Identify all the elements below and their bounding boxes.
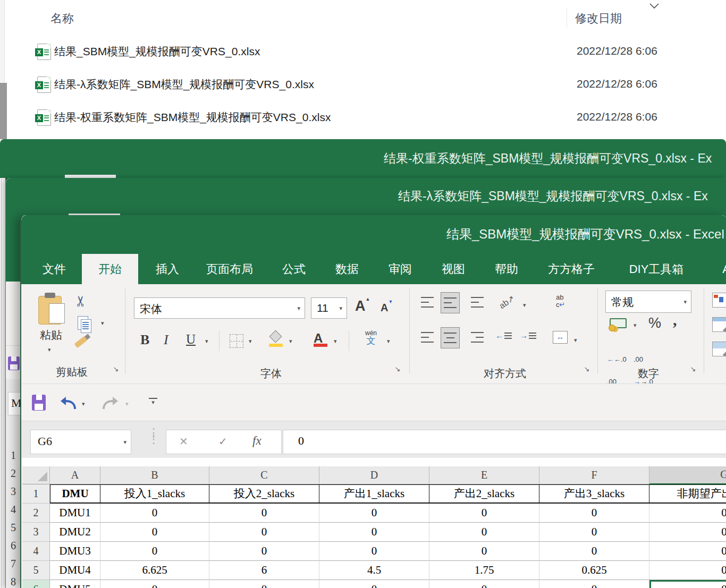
cell-E2[interactable]: 0	[429, 504, 539, 523]
tab-Ac[interactable]: Ac	[708, 254, 726, 284]
format-painter-icon[interactable]	[74, 336, 87, 348]
tab-数据[interactable]: 数据	[328, 254, 366, 284]
file-row[interactable]: X结果-权重系数矩阵_SBM模型_规模报酬可变VRS_0.xlsx2022/12…	[32, 108, 723, 127]
accounting-format-icon[interactable]	[610, 318, 627, 328]
file-row[interactable]: X结果_SBM模型_规模报酬可变VRS_0.xlsx2022/12/28 6:0…	[32, 42, 723, 62]
percent-style-icon[interactable]: %	[648, 315, 661, 331]
borders-icon[interactable]	[230, 334, 243, 348]
shrink-font-button[interactable]: A ▼	[381, 302, 388, 314]
row-header[interactable]: 2	[6, 464, 21, 482]
cell-B3[interactable]: 0	[100, 523, 209, 542]
font-name-dropdown-icon[interactable]: ▾	[297, 305, 300, 312]
cell-D1[interactable]: 产出1_slacks	[319, 484, 429, 504]
cell-G1[interactable]: 非期望产出1_slacks	[649, 484, 726, 504]
column-header-E[interactable]: E	[429, 466, 539, 484]
save-icon[interactable]	[8, 356, 20, 370]
row-header-5[interactable]: 5	[22, 561, 50, 580]
formula-bar-resize-handle[interactable]: ⋮⋮	[148, 430, 159, 442]
file-row[interactable]: X结果-λ系数矩阵_SBM模型_规模报酬可变VRS_0.xlsx2022/12/…	[32, 75, 723, 95]
align-top-icon[interactable]	[421, 297, 434, 308]
underline-dropdown-icon[interactable]: ▾	[205, 338, 208, 344]
name-box-dropdown-icon[interactable]: ▾	[123, 439, 126, 446]
cell-F4[interactable]: 0	[539, 542, 649, 561]
decrease-indent-icon[interactable]: ←	[495, 331, 512, 340]
cell-E3[interactable]: 0	[429, 523, 539, 542]
copy-icon[interactable]	[78, 316, 88, 330]
underline-button[interactable]: U	[186, 332, 196, 347]
column-header-date[interactable]: 修改日期	[575, 11, 622, 27]
cell-B1[interactable]: 投入1_slacks	[100, 484, 209, 504]
cell-G2[interactable]: 0	[649, 504, 726, 523]
tab-审阅[interactable]: 审阅	[382, 254, 419, 284]
font-dialog-launcher-icon[interactable]: ↘	[393, 365, 402, 373]
cell-C3[interactable]: 0	[209, 523, 319, 542]
tab-视图[interactable]: 视图	[435, 254, 472, 284]
sort-chevron-down-icon[interactable]	[649, 3, 660, 9]
cell-F2[interactable]: 0	[539, 504, 649, 523]
comma-style-icon[interactable]: ,	[673, 311, 677, 329]
column-header-G[interactable]: G	[649, 466, 726, 484]
cut-icon[interactable]: ✂	[72, 295, 89, 308]
select-all-corner[interactable]	[22, 466, 50, 484]
column-header-C[interactable]: C	[209, 466, 319, 484]
borders-dropdown-icon[interactable]: ▾	[249, 338, 252, 344]
fill-color-icon[interactable]	[269, 332, 283, 347]
cell-E4[interactable]: 0	[429, 542, 539, 561]
cell-E6[interactable]: 0	[429, 580, 539, 588]
cell-B5[interactable]: 6.625	[100, 561, 209, 580]
file-name[interactable]: 结果-λ系数矩阵_SBM模型_规模报酬可变VRS_0.xlsx	[54, 77, 314, 92]
worksheet-grid[interactable]: ABCDEFG1DMU投入1_slacks投入2_slacks产出1_slack…	[22, 458, 726, 588]
cell-A1[interactable]: DMU	[50, 484, 100, 504]
orientation-dropdown-icon[interactable]: ▾	[523, 302, 526, 308]
conditional-formatting-icon[interactable]	[712, 293, 726, 308]
row-header[interactable]: 1	[6, 446, 21, 464]
number-format-dropdown-icon[interactable]: ▾	[683, 299, 687, 305]
cell-D3[interactable]: 0	[319, 523, 429, 542]
bold-button[interactable]: B	[140, 332, 149, 348]
alignment-dialog-launcher-icon[interactable]: ↘	[583, 365, 591, 373]
undo-dropdown-icon[interactable]: ▾	[82, 401, 85, 407]
excel-window-front[interactable]: 结果_SBM模型_规模报酬可变VRS_0.xlsx - Excel 文件开始插入…	[20, 215, 726, 588]
cell-E1[interactable]: 产出2_slacks	[429, 484, 539, 504]
tab-方方格子[interactable]: 方方格子	[538, 254, 605, 284]
increase-indent-icon[interactable]: →	[520, 331, 536, 340]
grow-font-button[interactable]: A ▲	[355, 298, 366, 314]
tab-公式[interactable]: 公式	[275, 254, 313, 284]
cell-G4[interactable]: 0	[649, 542, 726, 561]
align-bottom-icon[interactable]	[471, 297, 484, 308]
tab-插入[interactable]: 插入	[150, 254, 185, 284]
column-header-D[interactable]: D	[319, 466, 429, 484]
font-color-button[interactable]: A	[314, 331, 327, 347]
cell-D6[interactable]: 0	[319, 580, 429, 588]
cell-E5[interactable]: 1.75	[429, 561, 539, 580]
phonetic-dropdown-icon[interactable]: ▾	[387, 338, 390, 344]
align-right-icon[interactable]	[471, 332, 484, 343]
column-header-F[interactable]: F	[539, 466, 649, 484]
cell-D4[interactable]: 0	[319, 542, 429, 561]
number-dialog-launcher-icon[interactable]: ↘	[689, 365, 697, 373]
tab-帮助[interactable]: 帮助	[488, 254, 525, 284]
file-name[interactable]: 结果-权重系数矩阵_SBM模型_规模报酬可变VRS_0.xlsx	[54, 110, 331, 125]
font-size-combobox[interactable]: 11 ▾	[311, 297, 347, 319]
cell-B6[interactable]: 0	[100, 580, 209, 588]
redo-dropdown-icon[interactable]: ▾	[125, 401, 129, 407]
formula-input[interactable]: 0	[283, 430, 726, 454]
redo-icon[interactable]	[101, 395, 120, 412]
cell-styles-icon[interactable]	[712, 342, 726, 356]
format-as-table-icon[interactable]	[712, 317, 726, 332]
row-header[interactable]: 5	[6, 518, 21, 536]
tab-文件[interactable]: 文件	[37, 254, 71, 284]
row-header[interactable]: 8	[6, 573, 21, 588]
save-icon[interactable]	[32, 395, 46, 411]
row-header-1[interactable]: 1	[22, 484, 50, 504]
file-name[interactable]: 结果_SBM模型_规模报酬可变VRS_0.xlsx	[54, 44, 260, 59]
cell-C4[interactable]: 0	[209, 542, 319, 561]
cell-C5[interactable]: 6	[209, 561, 319, 580]
row-header[interactable]: 6	[6, 536, 21, 555]
align-middle-icon[interactable]	[441, 293, 459, 313]
cancel-icon[interactable]: ✕	[179, 435, 188, 448]
tab-开始[interactable]: 开始	[82, 254, 138, 284]
accounting-dropdown-icon[interactable]: ▾	[634, 322, 637, 328]
copy-dropdown-icon[interactable]: ▾	[101, 320, 104, 326]
font-name-combobox[interactable]: 宋体 ▾	[134, 297, 305, 319]
